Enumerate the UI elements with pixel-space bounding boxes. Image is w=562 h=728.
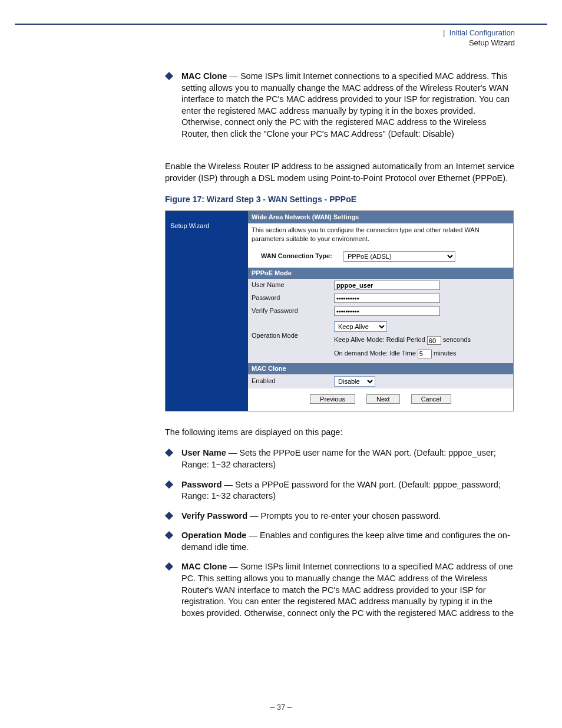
bullet-text: Prompts you to re-enter your chosen pass… <box>261 511 441 521</box>
bullet-text: Some ISPs limit Internet connections to … <box>181 71 510 139</box>
idle-time-input[interactable] <box>418 350 432 358</box>
bullet-diamond-icon <box>165 480 173 489</box>
bullet-diamond-icon <box>165 531 173 539</box>
page-number: – 37 – <box>0 703 562 711</box>
bullet-sep: — <box>227 71 240 81</box>
username-label: User Name <box>252 281 334 289</box>
bullet-term: MAC Clone <box>181 71 227 81</box>
list-item: Verify Password — Prompts you to re-ente… <box>165 510 515 522</box>
wan-settings-title: Wide Area Network (WAN) Settings <box>248 211 513 223</box>
bullet-diamond-icon <box>165 72 173 80</box>
next-button[interactable]: Next <box>366 394 400 404</box>
previous-button[interactable]: Previous <box>310 394 355 404</box>
cancel-button[interactable]: Cancel <box>411 394 451 404</box>
figure-caption: Figure 17: Wizard Step 3 - WAN Settings … <box>165 194 515 205</box>
figure-17: Setup Wizard Wide Area Network (WAN) Set… <box>165 210 514 411</box>
bullet-term: Password <box>181 480 222 489</box>
bullet-sep: — <box>246 531 260 540</box>
list-item: MAC Clone — Some ISPs limit Internet con… <box>165 71 515 140</box>
bullet-term: User Name <box>181 448 226 457</box>
ondemand-text-pre: On demand Mode: Idle Time <box>334 350 418 357</box>
list-item: Operation Mode — Enables and configures … <box>165 530 515 553</box>
page-header: | Initial Configuration Setup Wizard <box>443 28 515 47</box>
password-input[interactable] <box>334 294 440 303</box>
bullet-sep: — <box>222 480 236 489</box>
password-label: Password <box>252 294 334 302</box>
after-figure-text: The following items are displayed on thi… <box>165 427 515 439</box>
operation-mode-label: Operation Mode <box>252 319 334 340</box>
keepalive-text-post: senconds <box>441 336 471 343</box>
header-pipe: | <box>443 28 445 37</box>
sidebar-item-setup-wizard[interactable]: Setup Wizard <box>170 219 243 233</box>
bullet-sep: — <box>227 562 240 571</box>
header-rule <box>15 24 547 25</box>
mac-enabled-label: Enabled <box>252 377 334 386</box>
redial-period-input[interactable] <box>427 336 441 345</box>
bottom-bullet-list: User Name — Sets the PPPoE user name for… <box>165 447 515 619</box>
bullet-sep: — <box>226 448 240 457</box>
wan-settings-desc: This section allows you to configure the… <box>248 223 513 249</box>
bullet-diamond-icon <box>165 562 173 571</box>
figure-main: Wide Area Network (WAN) Settings This se… <box>248 211 513 411</box>
keepalive-text-pre: Keep Alive Mode: Redial Period <box>334 336 427 343</box>
wizard-button-row: Previous Next Cancel <box>248 388 513 411</box>
header-section: Setup Wizard <box>443 38 515 47</box>
verify-password-input[interactable] <box>334 307 440 316</box>
ondemand-text-post: minutes <box>432 350 457 357</box>
top-bullet-list: MAC Clone — Some ISPs limit Internet con… <box>165 71 515 140</box>
list-item: User Name — Sets the PPPoE user name for… <box>165 447 515 470</box>
intro-paragraph: Enable the Wireless Router IP address to… <box>165 161 515 184</box>
bullet-sep: — <box>247 511 261 521</box>
mac-enabled-select[interactable]: Disable <box>334 376 375 387</box>
bullet-term: Operation Mode <box>181 531 246 540</box>
bullet-diamond-icon <box>165 512 173 520</box>
verify-password-label: Verify Password <box>252 307 334 315</box>
list-item: MAC Clone — Some ISPs limit Internet con… <box>165 561 515 619</box>
list-item: Password — Sets a PPPoE password for the… <box>165 479 515 502</box>
header-chapter: Initial Configuration <box>449 28 515 37</box>
operation-mode-select[interactable]: Keep Alive <box>334 321 387 332</box>
bullet-term: Verify Password <box>181 511 247 521</box>
bullet-diamond-icon <box>165 449 173 457</box>
username-input[interactable] <box>334 281 440 290</box>
wan-type-label: WAN Connection Type: <box>261 252 343 261</box>
figure-sidebar: Setup Wizard <box>166 211 248 411</box>
wan-type-select[interactable]: PPPoE (ADSL) <box>343 251 455 262</box>
mac-clone-header: MAC Clone <box>248 363 513 374</box>
pppoe-mode-header: PPPoE Mode <box>248 268 513 279</box>
bullet-term: MAC Clone <box>181 562 227 571</box>
